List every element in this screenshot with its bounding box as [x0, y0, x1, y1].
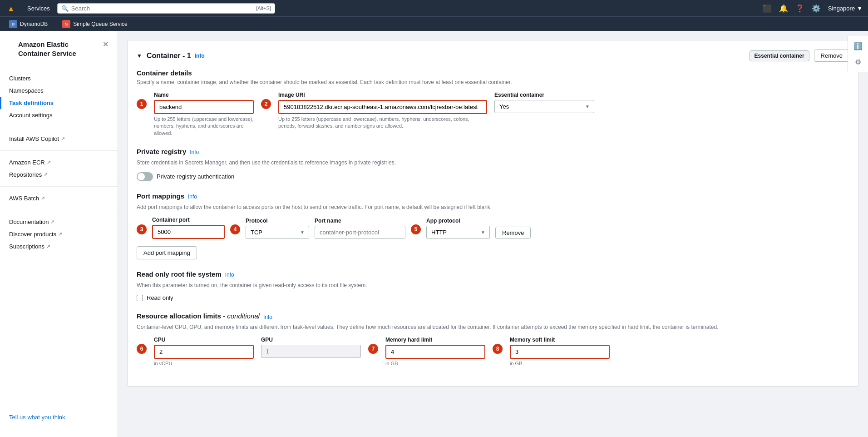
sidebar-item-amazon-ecr[interactable]: Amazon ECR ↗: [0, 156, 118, 169]
second-nav: D DynamoDB S Simple Queue Service: [0, 16, 868, 31]
external-link-icon: ↗: [61, 136, 65, 142]
app-protocol-field: App protocol HTTP HTTP2 gRPC: [426, 218, 490, 239]
search-input[interactable]: [71, 5, 253, 12]
private-registry-desc: Store credentials in Secrets Manager, an…: [137, 159, 849, 167]
read-only-title: Read only root file system: [137, 270, 222, 278]
aws-logo: ▲: [5, 2, 18, 15]
right-settings-icon-btn[interactable]: ⚙: [852, 56, 864, 68]
cpu-hint: in vCPU: [154, 361, 254, 366]
protocol-label: Protocol: [246, 218, 309, 224]
private-registry-toggle[interactable]: [137, 172, 153, 181]
private-registry-title: Private registry: [137, 148, 186, 155]
sidebar-nav: Clusters Namespaces Task definitions Acc…: [0, 72, 118, 121]
resource-info-link[interactable]: Info: [263, 314, 272, 320]
essential-badge: Essential container: [750, 50, 809, 61]
resource-allocation-section: Resource allocation limits - conditional…: [137, 312, 849, 366]
external-link-icon-batch: ↗: [41, 195, 45, 201]
sqs-icon: S: [62, 20, 70, 28]
sqs-icon-letter: S: [65, 22, 68, 26]
remove-container-button[interactable]: Remove: [814, 50, 849, 62]
app-protocol-label: App protocol: [426, 218, 490, 224]
private-registry-section: Private registry Info Store credentials …: [137, 148, 849, 181]
memory-soft-hint: in GB: [510, 361, 610, 366]
details-section-desc: Specify a name, container image, and whe…: [137, 79, 849, 86]
sidebar-doc-nav: Documentation ↗ Discover products ↗ Subs…: [0, 216, 118, 253]
services-button[interactable]: Services: [24, 3, 54, 14]
essential-select[interactable]: Yes No: [494, 100, 594, 113]
tell-us-link[interactable]: Tell us what you think: [9, 414, 65, 421]
settings-icon-btn[interactable]: ⚙️: [812, 4, 821, 13]
sidebar-item-task-definitions[interactable]: Task definitions: [0, 97, 118, 109]
read-only-section: Read only root file system Info When thi…: [137, 270, 849, 302]
bell-icon-btn[interactable]: 🔔: [779, 4, 788, 13]
sidebar-item-repositories[interactable]: Repositories ↗: [0, 169, 118, 181]
cpu-field: CPU in vCPU: [154, 337, 254, 366]
right-side-icons: ℹ️ ⚙: [848, 36, 868, 72]
search-bar: 🔍 [Alt+S]: [57, 3, 275, 14]
sidebar-close-button[interactable]: ✕: [103, 40, 108, 49]
sidebar-batch-nav: AWS Batch ↗: [0, 192, 118, 204]
step-3-circle: 3: [137, 224, 147, 234]
sidebar-item-discover-products[interactable]: Discover products ↗: [0, 228, 118, 240]
remove-port-button[interactable]: Remove: [495, 227, 531, 239]
collapse-icon[interactable]: ▼: [137, 53, 142, 59]
help-icon-btn[interactable]: ❓: [795, 4, 804, 13]
name-label: Name: [154, 92, 254, 98]
sidebar-item-documentation[interactable]: Documentation ↗: [0, 216, 118, 228]
port-mapping-row: 3 Container port 4 Protocol T: [137, 217, 849, 239]
region-chevron-icon: ▼: [857, 5, 863, 12]
sidebar-item-clusters[interactable]: Clusters: [0, 72, 118, 84]
add-port-mapping-button[interactable]: Add port mapping: [137, 246, 197, 259]
memory-soft-field: Memory soft limit in GB: [510, 337, 610, 366]
container-info-link[interactable]: Info: [195, 53, 205, 59]
sidebar-external-nav: Install AWS Copilot ↗: [0, 133, 118, 145]
port-name-input[interactable]: [315, 226, 405, 239]
container-port-input[interactable]: [152, 225, 225, 239]
sidebar-item-account-settings[interactable]: Account settings: [0, 109, 118, 121]
read-only-info-link[interactable]: Info: [225, 272, 234, 278]
external-link-icon-doc: ↗: [50, 219, 54, 225]
sidebar-item-install-copilot[interactable]: Install AWS Copilot ↗: [0, 133, 118, 145]
name-input[interactable]: [154, 100, 254, 114]
sidebar-title: Amazon Elastic Container Service: [9, 40, 103, 65]
cpu-input[interactable]: [154, 345, 254, 359]
container-port-label: Container port: [152, 217, 225, 223]
sidebar-item-namespaces[interactable]: Namespaces: [0, 84, 118, 97]
external-link-icon-repos: ↗: [44, 172, 48, 178]
app-protocol-select[interactable]: HTTP HTTP2 gRPC: [426, 226, 490, 239]
protocol-select[interactable]: TCP UDP: [246, 226, 309, 239]
step-4-circle: 4: [230, 224, 240, 234]
search-hint: [Alt+S]: [256, 5, 271, 11]
gpu-input[interactable]: [261, 345, 361, 358]
port-mappings-info-link[interactable]: Info: [188, 194, 197, 200]
top-nav: ▲ Services 🔍 [Alt+S] ⬛ 🔔 ❓ ⚙️ Singapore …: [0, 0, 868, 16]
memory-hard-field: Memory hard limit in GB: [385, 337, 485, 366]
sidebar-item-subscriptions[interactable]: Subscriptions ↗: [0, 240, 118, 253]
resource-title-row: Resource allocation limits - conditional…: [137, 312, 849, 322]
memory-soft-input[interactable]: [510, 345, 610, 359]
image-uri-input[interactable]: [278, 100, 487, 114]
app-protocol-select-wrapper: HTTP HTTP2 gRPC: [426, 226, 490, 239]
sqs-nav-item[interactable]: S Simple Queue Service: [59, 18, 131, 30]
container-details-section: Container details Specify a name, contai…: [137, 69, 849, 137]
nav-icons: ⬛ 🔔 ❓ ⚙️ Singapore ▼: [763, 4, 863, 13]
sidebar-item-aws-batch[interactable]: AWS Batch ↗: [0, 192, 118, 204]
right-info-icon-btn[interactable]: ℹ️: [852, 40, 864, 52]
services-label: Services: [27, 5, 50, 12]
monitor-icon-btn[interactable]: ⬛: [763, 4, 772, 13]
resource-desc: Container-level CPU, GPU, and memory lim…: [137, 323, 849, 331]
private-registry-info-link[interactable]: Info: [190, 149, 199, 155]
memory-hard-label: Memory hard limit: [385, 337, 485, 343]
memory-soft-label: Memory soft limit: [510, 337, 610, 343]
memory-hard-input[interactable]: [385, 345, 485, 359]
sidebar: Amazon Elastic Container Service ✕ Clust…: [0, 31, 118, 437]
toggle-knob: [138, 173, 145, 180]
sqs-label: Simple Queue Service: [73, 21, 127, 27]
dynamodb-nav-item[interactable]: D DynamoDB: [5, 18, 51, 30]
sidebar-bottom: Tell us what you think: [0, 407, 118, 428]
read-only-label: Read only: [147, 294, 173, 301]
read-only-checkbox[interactable]: [137, 295, 143, 301]
region-selector[interactable]: Singapore ▼: [828, 5, 863, 12]
essential-container-field: Essential container Yes No: [494, 92, 594, 113]
step-2-circle: 2: [261, 99, 271, 109]
